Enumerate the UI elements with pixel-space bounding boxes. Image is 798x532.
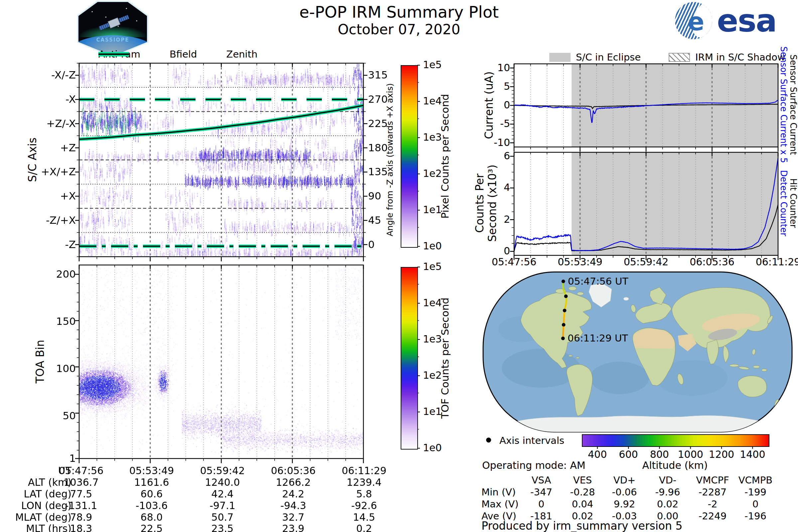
tof-colorbar-tick: 1e1 xyxy=(423,406,442,417)
current-tick-label: -10 xyxy=(424,137,510,148)
counts-tick-label: 2 xyxy=(424,213,510,225)
toa-tick-label: 150 xyxy=(0,315,76,327)
counts-chart xyxy=(514,152,778,255)
angle-tick-label: 180 xyxy=(368,141,388,154)
tof-spectrogram-overlay xyxy=(79,265,363,458)
esa-globe-icon: e xyxy=(675,2,712,39)
ephemeris-cell: 5.8 xyxy=(321,488,407,500)
altitude-tick-label: 1400 xyxy=(709,449,796,460)
current-tick-label: 5 xyxy=(424,80,510,92)
angle-tick-label: 315 xyxy=(368,69,388,81)
ephemeris-cell: 14.5 xyxy=(321,511,407,523)
angle-tick-label: 45 xyxy=(368,214,381,226)
sc-axis-band-label: -Z xyxy=(0,239,76,250)
altitude-colorbar xyxy=(582,434,770,447)
track-start-label: 05:47:56 UT xyxy=(568,276,629,287)
angle-tick-label: 135 xyxy=(368,166,388,177)
sc-axis-ylabel: S/C Axis xyxy=(26,93,39,226)
current-chart xyxy=(514,64,778,147)
voltage-col-header: VCMPB xyxy=(712,474,798,486)
sc-axis-band-label: +X xyxy=(0,190,76,202)
counts-tick-label: 4 xyxy=(424,182,510,193)
pixel-colorbar-tick: 1e2 xyxy=(423,168,442,179)
esa-logo: e esa xyxy=(675,2,776,39)
current-tick-label: 10 xyxy=(424,62,510,74)
zenith-label: Zenith xyxy=(226,49,258,60)
patch-mission-name: CASSIOPE xyxy=(78,37,147,43)
sc-axis-band-label: -X xyxy=(0,93,76,105)
tof-colorbar-tick: 1e4 xyxy=(423,297,442,308)
angle-tick-label: 0 xyxy=(368,239,375,250)
axis-intervals-dot xyxy=(486,438,491,442)
tof-colorbar-tick: 1e2 xyxy=(423,369,442,381)
track-end-label: 06:11:29 UT xyxy=(568,332,628,344)
ephemeris-cell: -92.6 xyxy=(321,500,407,511)
toa-tick-label: 200 xyxy=(0,268,76,280)
voltage-cell: -199 xyxy=(712,487,798,498)
tof-colorbar-tick: 1e5 xyxy=(423,261,442,272)
eclipse-label: S/C in Eclipse xyxy=(576,52,641,63)
angle-tick-label: 90 xyxy=(368,190,381,202)
current-tick-label: 0 xyxy=(424,99,510,111)
detect-counter-label: Detect Counter xyxy=(779,133,789,273)
tof-colorbar xyxy=(401,267,418,450)
toa-tick-label: 100 xyxy=(0,362,76,374)
axis-intervals-label: Axis intervals xyxy=(499,435,564,446)
pixel-colorbar-ticks xyxy=(417,65,422,246)
pixel-colorbar xyxy=(401,65,418,248)
operating-mode-label: Operating mode: AM xyxy=(482,459,586,471)
epop-irm-summary-plot: CASSIOPE e-POP IRM Summary Plot October … xyxy=(0,0,798,532)
angle-tick-label: 225 xyxy=(368,117,388,129)
toa-tick-label: 50 xyxy=(0,410,76,422)
angle-tick-label: 270 xyxy=(368,93,388,105)
tof-colorbar-ticks xyxy=(417,267,422,448)
ephemeris-cell: 1239.4 xyxy=(321,476,407,488)
ephemeris-cell: 0.2 xyxy=(321,523,407,532)
eclipse-swatch xyxy=(549,53,571,62)
sc-axis-band-label: -X/-Z xyxy=(0,69,76,81)
hit-counter-label: Hit Counter xyxy=(788,133,798,273)
counts-tick-label: 6 xyxy=(424,150,510,162)
sc-axis-legend: Anti-ram Bfield Zenith xyxy=(98,49,258,60)
voltage-cell: 0 xyxy=(712,498,798,510)
pixel-spectrogram-overlay xyxy=(79,63,363,257)
sc-axis-band-label: +Z xyxy=(0,141,76,154)
tof-colorbar-tick: 1e0 xyxy=(423,442,442,454)
sc-axis-band-label: -Z/+X xyxy=(0,214,76,226)
eclipse-legend: S/C in Eclipse IRM in S/C Shadow xyxy=(549,52,785,63)
esa-wordmark: esa xyxy=(717,2,776,39)
voltage-cell: -196 xyxy=(712,510,798,522)
sc-axis-band-label: +X/+Z xyxy=(0,166,76,177)
sc-axis-band-label: +Z/-X xyxy=(0,117,76,129)
tof-colorbar-tick: 1e3 xyxy=(423,333,442,345)
zenith-line-sample xyxy=(98,51,129,57)
world-map: 05:47:56 UT06:11:29 UT xyxy=(482,271,793,433)
current-tick-label: -5 xyxy=(424,118,510,129)
counts-tick-label: 0 xyxy=(424,245,510,257)
tof-colorbar-label: TOF Counts per Second xyxy=(439,291,451,424)
ephemeris-cell: 06:11:29 xyxy=(321,465,407,476)
shadow-label: IRM in S/C Shadow xyxy=(695,52,785,63)
bfield-label: Bfield xyxy=(170,49,197,60)
toa-tick-label: 1 xyxy=(0,452,76,464)
shadow-swatch xyxy=(669,53,690,62)
altitude-colorbar-label: Altitude (km) xyxy=(608,459,741,471)
